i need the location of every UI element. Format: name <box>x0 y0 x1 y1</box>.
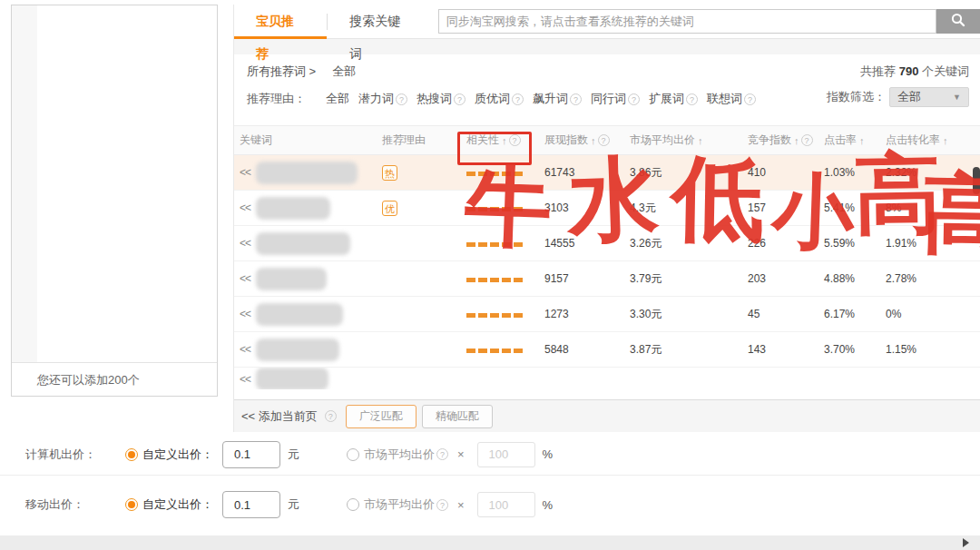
index-filter: 指数筛选： 全部 ▼ <box>827 87 969 107</box>
col-competition[interactable]: 竞争指数↑? <box>748 133 824 148</box>
multiply-sign: × <box>457 498 465 512</box>
keyword-recommendation-page: 您还可以添加200个 宝贝推荐 搜索关键词 所有推荐词 > 全部 <box>0 0 980 550</box>
market-bid-label: 市场平均出价 <box>364 496 435 513</box>
relevance-bars <box>466 272 544 285</box>
help-icon[interactable]: ? <box>325 410 337 422</box>
help-icon[interactable]: ? <box>512 93 524 105</box>
table-row[interactable]: << 优 3103 4.3元 157 5.41% 8% <box>234 191 980 226</box>
col-impressions[interactable]: 展现指数↑? <box>544 133 630 148</box>
help-icon[interactable]: ? <box>436 448 448 460</box>
index-filter-label: 指数筛选： <box>827 89 886 105</box>
help-icon[interactable]: ? <box>436 499 448 511</box>
help-icon[interactable]: ? <box>686 93 698 105</box>
mobile-market-pct-input[interactable] <box>477 492 535 517</box>
blurred-keyword <box>256 232 350 255</box>
blurred-keyword <box>256 162 358 184</box>
reason-option-hot[interactable]: 热搜词? <box>416 91 466 107</box>
bottom-scrollbar-strip[interactable] <box>0 535 980 550</box>
mobile-custom-bid-input[interactable] <box>222 491 280 518</box>
mobile-bid-row: 移动出价： 自定义出价： 元 市场平均出价 ? × % <box>0 484 980 525</box>
recommendation-main-panel: 宝贝推荐 搜索关键词 所有推荐词 > 全部 推荐理由： 全部 <box>233 5 980 432</box>
col-cvr[interactable]: 点击转化率↑ <box>886 133 980 148</box>
table-row[interactable]: << 9157 3.79元 203 4.88% 2.78% <box>234 261 980 297</box>
breadcrumb-label: 所有推荐词 > <box>247 64 316 80</box>
add-current-page-bar: << 添加当前页 ? 广泛匹配 精确匹配 <box>234 399 980 432</box>
reason-option-extended[interactable]: 扩展词? <box>649 91 698 107</box>
yuan-unit: 元 <box>288 496 299 513</box>
keyword-search-input[interactable] <box>438 9 936 34</box>
relevance-bars <box>466 166 544 179</box>
help-icon: ? <box>598 134 610 146</box>
help-icon[interactable]: ? <box>454 93 466 105</box>
market-bid-option: 市场平均出价 ? × % <box>347 492 553 517</box>
broad-match-button[interactable]: 广泛匹配 <box>346 405 416 428</box>
filter-section: 所有推荐词 > 全部 推荐理由： 全部 潜力词? 热搜词? 质优词? 飙升词? … <box>234 54 980 125</box>
pc-custom-bid-input[interactable] <box>222 441 280 468</box>
relevance-bars <box>466 308 544 320</box>
multiply-sign: × <box>457 447 465 461</box>
sort-asc-icon: ↑ <box>943 135 948 146</box>
table-body: << 热 61743 3.86元 410 1.03% 2.32% << 优 31… <box>234 155 980 389</box>
reason-option-rising[interactable]: 飙升词? <box>533 91 582 107</box>
sort-asc-icon: ↑ <box>794 135 799 146</box>
tab-search-keywords[interactable]: 搜索关键词 <box>328 5 433 39</box>
table-row[interactable]: << <box>234 368 980 389</box>
radio-unselected-icon[interactable] <box>347 448 359 461</box>
badge-hot: 热 <box>382 165 397 181</box>
blurred-keyword <box>256 368 328 389</box>
help-icon[interactable]: ? <box>570 93 582 105</box>
breadcrumb-value[interactable]: 全部 <box>332 64 356 80</box>
col-reason[interactable]: 推荐理由 <box>382 133 466 148</box>
vertical-scrollbar-thumb[interactable] <box>973 167 980 194</box>
pc-bid-row: 计算机出价： 自定义出价： 元 市场平均出价 ? × % <box>0 434 980 476</box>
reason-option-quality[interactable]: 质优词? <box>475 91 524 107</box>
reason-option-association[interactable]: 联想词? <box>707 91 756 107</box>
yuan-unit: 元 <box>288 447 299 463</box>
radio-unselected-icon[interactable] <box>347 498 359 511</box>
pc-market-pct-input[interactable] <box>477 442 535 467</box>
help-icon: ? <box>801 134 813 146</box>
help-icon[interactable]: ? <box>744 93 756 105</box>
table-row[interactable]: << 14555 3.26元 226 5.59% 1.91% <box>234 226 980 261</box>
col-relevance[interactable]: 相关性↑? <box>466 133 544 148</box>
table-header: 关键词 推荐理由 相关性↑? 展现指数↑? 市场平均出价↑ 竞争指数↑? 点击率… <box>234 125 980 155</box>
table-row[interactable]: << 5848 3.87元 143 3.70% 1.15% <box>234 332 980 368</box>
total-count: 790 <box>899 64 919 78</box>
tab-product-recommend[interactable]: 宝贝推荐 <box>234 5 327 39</box>
percent-unit: % <box>543 498 554 512</box>
scroll-right-arrow-icon[interactable] <box>963 538 969 547</box>
table-row[interactable]: << 热 61743 3.86元 410 1.03% 2.32% <box>234 155 980 191</box>
exact-match-button[interactable]: 精确匹配 <box>422 405 493 428</box>
help-icon[interactable]: ? <box>396 93 407 105</box>
index-filter-dropdown[interactable]: 全部 ▼ <box>889 87 969 107</box>
chevron-down-icon: ▼ <box>953 93 961 102</box>
blurred-keyword <box>256 268 327 290</box>
selected-keywords-panel: 您还可以添加200个 <box>11 5 218 397</box>
mobile-bid-label: 移动出价： <box>25 496 125 513</box>
table-row[interactable]: << 1273 3.30元 45 6.17% 0% <box>234 297 980 332</box>
col-ctr[interactable]: 点击率↑ <box>824 133 886 148</box>
help-icon[interactable]: ? <box>628 93 640 105</box>
sub-tab-strip <box>234 39 980 54</box>
reason-option-peer[interactable]: 同行词? <box>591 91 640 107</box>
tab-bar: 宝贝推荐 搜索关键词 <box>234 5 980 39</box>
market-bid-option: 市场平均出价 ? × % <box>347 442 553 467</box>
radio-selected-icon[interactable] <box>125 448 138 461</box>
custom-bid-label: 自定义出价： <box>142 447 213 463</box>
reason-option-potential[interactable]: 潜力词? <box>358 91 407 107</box>
badge-quality: 优 <box>382 201 397 216</box>
reason-option-all[interactable]: 全部 <box>326 91 349 107</box>
search-button[interactable] <box>936 9 980 34</box>
radio-selected-icon[interactable] <box>125 498 138 511</box>
search-icon <box>950 12 966 31</box>
col-market-price[interactable]: 市场平均出价↑ <box>630 133 748 148</box>
add-current-page-label[interactable]: << 添加当前页 <box>241 408 318 425</box>
custom-bid-option: 自定义出价： 元 <box>125 491 299 518</box>
relevance-bars <box>466 201 544 214</box>
sort-asc-icon: ↑ <box>591 135 596 146</box>
custom-bid-label: 自定义出价： <box>142 496 213 513</box>
remaining-quota-note: 您还可以添加200个 <box>12 362 217 396</box>
reason-filter-label: 推荐理由： <box>247 91 306 107</box>
blurred-keyword <box>256 197 330 220</box>
col-keyword[interactable]: 关键词 <box>240 133 382 148</box>
